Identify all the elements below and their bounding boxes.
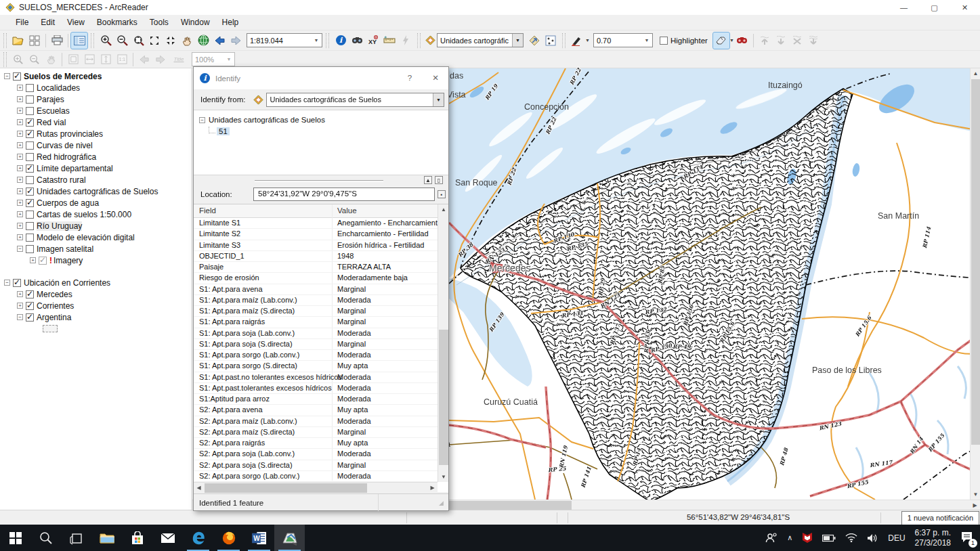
toc-item-label[interactable]: Límite departamental [37,164,113,173]
menu-help[interactable]: Help [216,16,245,29]
identify-row[interactable]: Limitante S1Anegamiento - Encharcamiento [194,218,438,229]
toc-item-label[interactable]: Río Uruguay [37,221,82,231]
identify-from-value[interactable]: Unidades cartográficas de Suelos [267,95,433,104]
chevron-down-icon[interactable]: ▼ [311,34,322,47]
fit-extent-icon[interactable] [98,51,114,68]
expand-icon[interactable]: + [17,200,23,206]
identify-icon[interactable]: i [333,32,349,49]
clear-highlight-icon[interactable] [789,32,805,49]
toc-item[interactable]: +Red vial [0,116,192,128]
layer-checkbox[interactable] [26,290,34,299]
toc-item-label[interactable]: Argentina [37,313,71,322]
toc-item[interactable]: +Rutas provinciales [0,128,192,139]
collapse-icon[interactable]: − [4,280,10,286]
language-indicator[interactable]: DEU [888,533,905,543]
table-horizontal-scrollbar[interactable]: ◀ ▶ [194,482,438,493]
next-highlight-icon[interactable] [773,32,789,49]
layer-checkbox[interactable] [13,72,21,81]
layer-checkbox[interactable] [26,211,34,219]
toc-item[interactable]: −Imagen satelital [0,243,192,255]
line-width-value[interactable]: 0.70 [594,37,641,45]
expand-icon[interactable]: + [17,96,23,102]
column-header-value[interactable]: Value [337,206,357,215]
identify-from-combo[interactable]: Unidades cartográficas de Suelos ▼ [266,93,444,107]
expand-icon[interactable]: + [17,165,23,171]
toc-item[interactable]: +Escuelas [0,105,192,116]
toc-item[interactable]: +Cartas de suelos 1:50.000 [0,208,192,220]
notification-toast[interactable]: 1 nueva notificación [901,511,979,525]
identify-row[interactable]: S2: Apt.para raigrásMuy apta [194,438,438,449]
zoom-pan-icon[interactable] [130,32,146,49]
toc-item-label[interactable]: Imagery [54,256,83,265]
expand-icon[interactable]: + [17,223,23,229]
marker-icon[interactable] [569,32,585,49]
eraser-icon[interactable] [713,32,729,49]
tree-root-node[interactable]: − Unidades cartográficas de Suelos [199,116,325,124]
toc-item[interactable]: +Parajes [0,93,192,105]
layer-checkbox[interactable] [26,234,34,242]
chevron-down-icon[interactable]: ▼ [433,93,444,106]
identify-row[interactable]: S2: Apt.para maíz (Lab.conv.)Moderada [194,416,438,427]
page-layout-icon[interactable] [26,32,43,49]
layer-checkbox[interactable] [39,257,47,265]
scroll-down-icon[interactable]: ▼ [438,472,449,482]
identify-row[interactable]: OBJECTID_11948 [194,251,438,262]
map-vertical-scrollbar[interactable]: ▲ ▼ [970,68,980,500]
toc-item-label[interactable]: Ubicación en Corrientes [24,278,110,288]
layer-checkbox[interactable] [26,153,34,161]
wifi-icon[interactable] [845,533,857,542]
layer-checkbox[interactable] [26,188,34,196]
expand-icon[interactable]: + [17,211,23,217]
chevron-down-icon[interactable]: ▼ [512,34,523,47]
identify-row[interactable]: Riesgo de erosiónModeradamente baja [194,273,438,284]
layer-checkbox[interactable] [26,199,34,207]
line-width-combo[interactable]: 0.70 ▼ [593,33,653,47]
expand-icon[interactable]: + [17,108,23,114]
toc-item[interactable]: −Argentina [0,311,192,323]
page-zoom-value[interactable]: 100% [192,56,223,64]
prev-highlight-icon[interactable] [757,32,773,49]
identify-row[interactable]: S1: Apt.past.no tolerantes excesos hídri… [194,372,438,383]
identify-row[interactable]: S1:Aptitud para arrozModerada [194,394,438,405]
toc-item-label[interactable]: Modelo de elevación digital [37,233,135,242]
task-view-icon[interactable] [61,525,91,551]
firefox-icon[interactable] [213,525,244,551]
menu-bookmarks[interactable]: Bookmarks [91,16,144,29]
dialog-splitter[interactable]: ▲ ▯ [194,175,448,185]
toc-item[interactable]: +Curvas de nivel [0,139,192,151]
collapse-icon[interactable]: − [199,117,205,123]
toc-item-label[interactable]: Escuelas [37,106,70,116]
table-vertical-scrollbar[interactable]: ▲ ▼ [438,204,448,482]
menu-tools[interactable]: Tools [144,16,175,29]
tree-root-label[interactable]: Unidades cartográficas de Suelos [209,116,325,124]
layer-checkbox[interactable] [26,313,34,322]
highlighter-checkbox[interactable] [660,37,668,45]
volume-icon[interactable] [867,533,878,543]
find-red-icon[interactable] [734,32,750,49]
toc-item-label[interactable]: Cartas de suelos 1:50.000 [37,210,131,219]
prev-page-icon[interactable] [136,51,152,68]
toc-item[interactable]: +!Imagery [0,255,192,266]
zoom-out-icon[interactable] [114,32,130,49]
identify-row[interactable]: S1: Apt.para maíz (Lab.conv.)Moderada [194,295,438,306]
toc-item[interactable]: +Red hidrográfica [0,151,192,162]
identify-row[interactable]: S1: Apt.para avenaMarginal [194,284,438,295]
arcreader-taskbar-icon[interactable] [274,525,305,551]
column-header-field[interactable]: Field [199,206,216,215]
pin-button[interactable]: ▲ [424,176,432,184]
pan-page-icon[interactable] [43,51,59,68]
fit-page-icon[interactable] [65,51,81,68]
title-icon[interactable]: Title [169,51,189,68]
toc-item-label[interactable]: Cuerpos de agua [37,198,99,208]
back-icon[interactable] [211,32,228,49]
menu-file[interactable]: File [9,16,35,29]
dock-button[interactable]: ▯ [435,176,443,184]
chevron-down-icon[interactable]: ▼ [223,53,234,66]
toc-item-label[interactable]: Catastro rural [37,175,86,185]
zoom-in-page-icon[interactable] [10,51,26,68]
identify-row[interactable]: S1: Apt.past.tolerantes excesos hídricos… [194,383,438,394]
layer-checkbox[interactable] [26,130,34,138]
layer-checkbox[interactable] [26,222,34,230]
collapse-icon[interactable]: − [4,73,10,79]
location-field[interactable]: 58°24'31,92"W 29°0'9,475"S [253,188,435,201]
